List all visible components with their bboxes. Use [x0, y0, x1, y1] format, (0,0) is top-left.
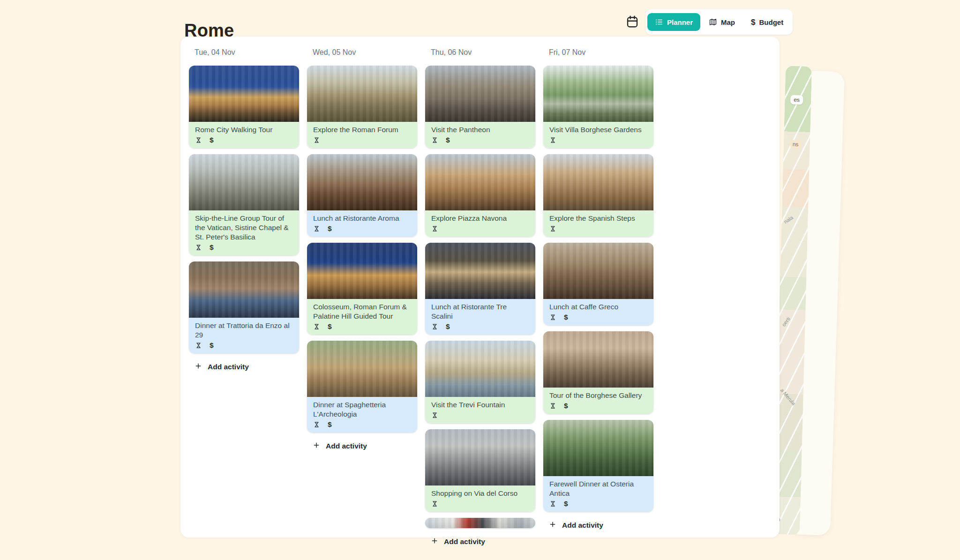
card-meta: $ [313, 420, 411, 428]
activity-card[interactable]: Visit the Trevi Fountain [425, 341, 535, 423]
card-meta: $ [195, 243, 293, 251]
duration-icon [195, 136, 202, 144]
activity-photo [307, 341, 417, 397]
duration-icon [549, 225, 556, 232]
activity-title: Shopping on Via del Corso [431, 489, 529, 498]
card-meta [431, 224, 529, 232]
activity-card[interactable]: Dinner at Trattoria da Enzo al 29 $ [189, 261, 299, 353]
card-body: Explore the Roman Forum [307, 122, 417, 148]
card-list: Explore the Roman Forum Lunch at Ristora… [307, 66, 417, 433]
cost-icon: $ [210, 342, 214, 349]
add-activity-button[interactable]: Add activity [313, 441, 417, 451]
add-activity-button[interactable]: Add activity [195, 362, 299, 372]
activity-photo [189, 154, 299, 210]
card-body: Skip-the-Line Group Tour of the Vatican,… [189, 210, 299, 255]
card-body: Visit Villa Borghese Gardens [543, 122, 653, 148]
activity-title: Tour of the Borghese Gallery [549, 391, 647, 400]
activity-photo [543, 154, 653, 210]
activity-photo [425, 66, 535, 122]
map-fragment-label: es [790, 95, 803, 105]
activity-card-partial[interactable] [425, 518, 535, 528]
activity-title: Dinner at Trattoria da Enzo al 29 [195, 321, 293, 340]
activity-title: Lunch at Caffe Greco [549, 302, 647, 312]
duration-icon [313, 421, 320, 428]
activity-card[interactable]: Lunch at Ristorante Tre Scalini $ [425, 243, 535, 335]
activity-photo [307, 154, 417, 210]
card-body: Colosseum, Roman Forum & Palatine Hill G… [307, 299, 417, 335]
activity-card[interactable]: Dinner at Spaghetteria L'Archeologia $ [307, 341, 417, 433]
activity-title: Rome City Walking Tour [195, 125, 293, 134]
plus-icon [313, 441, 320, 451]
activity-card[interactable]: Visit the Pantheon $ [425, 66, 535, 148]
activity-card[interactable]: Visit Villa Borghese Gardens [543, 66, 653, 148]
activity-card[interactable]: Explore the Roman Forum [307, 66, 417, 148]
map-fragment-label: nala [783, 215, 794, 224]
cost-icon: $ [564, 500, 568, 508]
card-body: Dinner at Trattoria da Enzo al 29 $ [189, 318, 299, 353]
calendar-icon [625, 15, 639, 30]
cost-icon: $ [446, 136, 450, 144]
column-date: Thu, 06 Nov [431, 48, 535, 57]
activity-card[interactable]: Skip-the-Line Group Tour of the Vatican,… [189, 154, 299, 255]
activity-card[interactable]: Explore Piazza Navona [425, 154, 535, 237]
card-list: Visit the Pantheon $ Explore Piazza Navo… [425, 66, 535, 528]
activity-photo [189, 261, 299, 318]
activity-title: Dinner at Spaghetteria L'Archeologia [313, 400, 411, 419]
duration-icon [549, 314, 556, 321]
card-meta: $ [313, 322, 411, 330]
activity-card[interactable]: Farewell Dinner at Osteria Antica $ [543, 420, 653, 512]
dollar-icon: $ [751, 18, 755, 26]
duration-icon [313, 323, 320, 330]
add-activity-label: Add activity [562, 521, 603, 530]
cost-icon: $ [328, 421, 332, 428]
calendar-button[interactable] [623, 13, 641, 31]
map-fragment-label: oerti [780, 316, 791, 327]
card-meta [431, 500, 529, 508]
card-body: Explore Piazza Navona [425, 210, 535, 237]
add-activity-button[interactable]: Add activity [431, 537, 535, 546]
tab-label: Budget [759, 18, 784, 26]
activity-card[interactable]: Tour of the Borghese Gallery $ [543, 331, 653, 414]
activity-photo [543, 243, 653, 299]
card-body: Shopping on Via del Corso [425, 485, 535, 512]
column-date: Wed, 05 Nov [313, 48, 417, 57]
duration-icon [195, 244, 202, 251]
tab-budget[interactable]: $ Budget [743, 13, 791, 31]
card-body: Visit the Pantheon $ [425, 122, 535, 148]
card-meta [431, 411, 529, 419]
add-activity-button[interactable]: Add activity [549, 521, 653, 530]
plus-icon [195, 362, 202, 372]
card-body: Lunch at Ristorante Aroma $ [307, 210, 417, 237]
activity-card[interactable]: Colosseum, Roman Forum & Palatine Hill G… [307, 243, 417, 335]
activity-card[interactable]: Explore the Spanish Steps [543, 154, 653, 237]
cost-icon: $ [564, 402, 568, 410]
activity-card[interactable]: Rome City Walking Tour $ [189, 66, 299, 148]
activity-card[interactable]: Lunch at Caffe Greco $ [543, 243, 653, 325]
plus-icon [431, 537, 438, 546]
duration-icon [195, 342, 202, 349]
card-body: Rome City Walking Tour $ [189, 122, 299, 148]
card-meta: $ [195, 136, 293, 144]
card-meta: $ [549, 500, 647, 508]
map-fragment-label: a Merula [780, 388, 797, 406]
card-list: Visit Villa Borghese Gardens Explore the… [543, 66, 653, 512]
activity-card[interactable]: Shopping on Via del Corso [425, 429, 535, 512]
card-body: Lunch at Ristorante Tre Scalini $ [425, 299, 535, 335]
activity-photo [543, 66, 653, 122]
tab-map[interactable]: Map [701, 13, 742, 31]
card-meta: $ [549, 402, 647, 410]
activity-card[interactable]: Lunch at Ristorante Aroma $ [307, 154, 417, 237]
duration-icon [549, 136, 556, 144]
activity-title: Lunch at Ristorante Aroma [313, 214, 411, 223]
card-meta: $ [549, 313, 647, 321]
tab-planner[interactable]: Planner [647, 13, 700, 31]
map-fragment-label: ns [790, 140, 801, 149]
duration-icon [431, 500, 438, 508]
day-column: Wed, 05 Nov Explore the Roman Forum Lunc… [307, 48, 417, 546]
cost-icon: $ [328, 323, 332, 330]
activity-title: Colosseum, Roman Forum & Palatine Hill G… [313, 302, 411, 321]
duration-icon [549, 500, 556, 508]
day-column: Tue, 04 Nov Rome City Walking Tour $ Ski… [189, 48, 299, 546]
card-meta: $ [313, 224, 411, 232]
card-meta [549, 136, 647, 144]
